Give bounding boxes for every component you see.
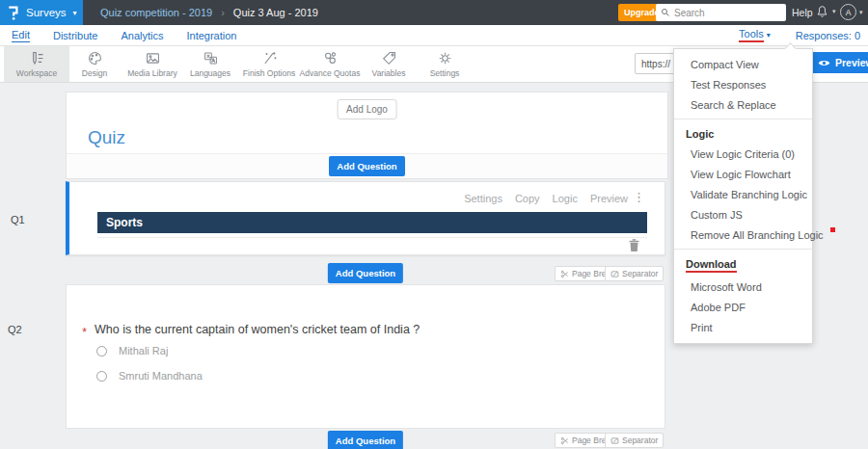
breadcrumb-survey-name[interactable]: Quiz 3 Aug - 2019 <box>233 7 318 18</box>
separator-icon <box>610 436 619 445</box>
question-settings-link[interactable]: Settings <box>464 193 502 204</box>
workspace-icon <box>29 50 45 66</box>
avatar: A <box>840 4 856 20</box>
add-question-button[interactable]: Add Question <box>328 431 403 449</box>
survey-header-card: Add Logo Quiz Add Question <box>66 92 668 179</box>
toolbar-item-advance-quotas[interactable]: Advance Quotas <box>296 46 364 82</box>
menu-item-custom-js[interactable]: Custom JS <box>674 204 812 224</box>
gear-icon <box>437 50 453 66</box>
question-1-card: Settings Copy Logic Preview ⋮ Sports <box>66 181 665 255</box>
radio-button[interactable] <box>96 346 107 357</box>
separator-button[interactable]: Separator <box>605 433 664 448</box>
question-2-card: * Who is the current captain of women's … <box>66 284 665 429</box>
kebab-menu-icon[interactable]: ⋮ <box>633 191 645 203</box>
answer-option-row: Mithali Raj <box>96 345 168 357</box>
option-label[interactable]: Smruti Mandhana <box>119 370 203 382</box>
menu-section-download: Download <box>674 253 812 277</box>
menu-item-print[interactable]: Print <box>674 317 812 337</box>
nav-tab-edit[interactable]: Edit <box>12 29 30 42</box>
nav-tab-analytics[interactable]: Analytics <box>121 30 163 41</box>
menu-item-microsoft-word[interactable]: Microsoft Word <box>674 277 812 297</box>
toolbar-item-design[interactable]: Design <box>66 46 123 82</box>
search-icon <box>661 8 670 17</box>
breadcrumb-survey-group[interactable]: Quiz competition - 2019 <box>100 7 212 18</box>
separator-icon <box>610 270 619 278</box>
survey-nav: Edit Distribute Analytics Integration To… <box>0 25 868 46</box>
question-action-links: Settings Copy Logic Preview <box>464 193 628 204</box>
breadcrumb: Quiz competition - 2019 › Quiz 3 Aug - 2… <box>100 7 318 18</box>
tools-label: Tools <box>739 28 764 42</box>
tools-dropdown-menu: Compact View Test Responses Search & Rep… <box>673 48 813 344</box>
responses-count[interactable]: Responses: 0 <box>796 30 860 41</box>
add-question-button[interactable]: Add Question <box>329 156 404 176</box>
answer-option-row: Smruti Mandhana <box>96 370 203 382</box>
q1-number-label: Q1 <box>11 214 25 225</box>
quotas-icon <box>322 50 339 66</box>
add-logo-button[interactable]: Add Logo <box>337 99 397 119</box>
chevron-down-icon: ▾ <box>767 31 771 40</box>
trash-icon[interactable] <box>628 238 640 252</box>
separator-button[interactable]: Separator <box>605 266 664 281</box>
question-copy-link[interactable]: Copy <box>515 193 540 204</box>
chevron-down-icon: ▾ <box>832 8 836 15</box>
tools-menu-button[interactable]: Tools ▾ <box>739 28 771 42</box>
app-logo-icon <box>7 5 19 21</box>
app-logo-surveys-menu[interactable]: Surveys ▾ <box>0 0 83 25</box>
scissors-icon <box>560 436 569 445</box>
survey-title[interactable]: Quiz <box>88 127 125 148</box>
question-preview-link[interactable]: Preview <box>590 193 628 204</box>
divider <box>674 119 812 119</box>
required-marker: * <box>82 325 87 339</box>
toolbar-item-media-library[interactable]: Media Library <box>122 46 183 82</box>
menu-item-compact-view[interactable]: Compact View <box>674 54 812 74</box>
palette-icon <box>87 50 103 66</box>
menu-section-logic: Logic <box>674 123 812 144</box>
nav-tab-distribute[interactable]: Distribute <box>53 30 97 41</box>
tag-icon <box>381 50 397 66</box>
bell-icon <box>815 4 829 19</box>
menu-item-test-responses[interactable]: Test Responses <box>674 74 812 94</box>
menu-item-view-logic-flowchart[interactable]: View Logic Flowchart <box>674 164 812 184</box>
toolbar-item-languages[interactable]: Languages <box>183 46 237 82</box>
add-question-row-top: Add Question <box>67 153 667 178</box>
menu-item-adobe-pdf[interactable]: Adobe PDF <box>674 297 812 317</box>
preview-button[interactable]: Preview <box>810 52 868 73</box>
menu-item-view-logic-criteria[interactable]: View Logic Criteria (0) <box>674 144 812 164</box>
divider <box>97 237 647 238</box>
menu-item-validate-branching-logic[interactable]: Validate Branching Logic <box>674 184 812 204</box>
q2-number-label: Q2 <box>8 324 22 335</box>
translate-icon <box>203 50 219 66</box>
breadcrumb-separator-icon: › <box>221 7 225 18</box>
nav-tab-integration[interactable]: Integration <box>186 30 236 41</box>
add-question-button[interactable]: Add Question <box>328 263 403 283</box>
notifications-menu[interactable]: ▾ <box>815 4 836 19</box>
scissors-icon <box>560 270 569 278</box>
magic-wand-icon <box>261 50 278 66</box>
toolbar-item-variables[interactable]: Variables <box>361 46 417 82</box>
toolbar-item-finish-options[interactable]: Finish Options <box>237 46 301 82</box>
eye-icon <box>818 59 830 67</box>
annotation-red-dot <box>830 227 835 232</box>
top-bar: Surveys ▾ Quiz competition - 2019 › Quiz… <box>0 0 868 25</box>
product-label: Surveys <box>26 7 67 18</box>
toolbar-item-settings[interactable]: Settings <box>417 46 473 82</box>
image-icon <box>145 50 161 66</box>
help-link[interactable]: Help <box>792 7 813 18</box>
search-input[interactable] <box>674 8 781 18</box>
option-label[interactable]: Mithali Raj <box>119 345 168 357</box>
toolbar-item-workspace[interactable]: Workspace <box>4 46 69 82</box>
question-logic-link[interactable]: Logic <box>553 193 578 204</box>
global-search <box>656 4 786 21</box>
divider <box>674 249 812 250</box>
chevron-down-icon: ▾ <box>859 9 863 16</box>
section-header-sports[interactable]: Sports <box>97 212 647 233</box>
radio-button[interactable] <box>96 371 107 382</box>
menu-item-search-replace[interactable]: Search & Replace <box>674 94 812 115</box>
chevron-down-icon: ▾ <box>73 9 77 17</box>
account-menu[interactable]: A ▾ <box>840 4 863 20</box>
question-text[interactable]: Who is the current captain of women's cr… <box>95 323 420 336</box>
menu-item-remove-all-branching-logic[interactable]: Remove All Branching Logic <box>674 224 812 245</box>
